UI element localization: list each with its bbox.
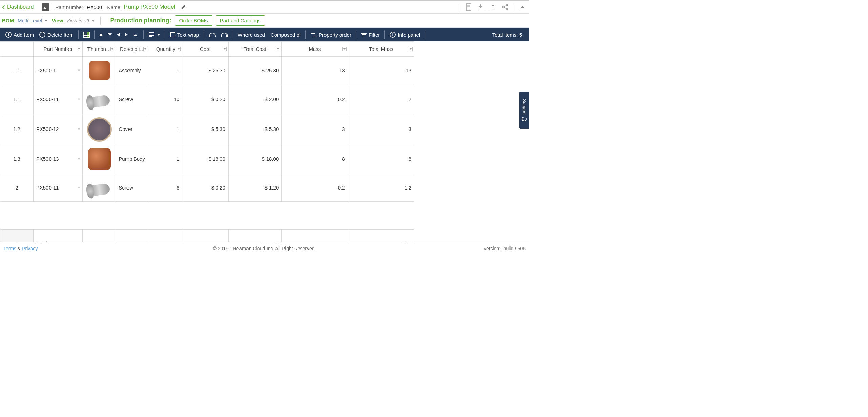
subheader-bar: BOM: Multi-Level View: View is off Produ…: [0, 14, 529, 28]
cell-part-number[interactable]: PX500-12: [33, 114, 83, 144]
production-planning-label: Production planning:: [110, 17, 172, 24]
cell-cost: $ 0.20: [182, 84, 229, 114]
move-up-button[interactable]: [97, 28, 105, 41]
separator: [233, 30, 233, 39]
thumbnail-assembly-icon: [89, 61, 110, 80]
cell-part-number[interactable]: PX500-13: [33, 144, 83, 174]
column-total-mass[interactable]: Total Mass: [348, 42, 414, 57]
pencil-icon[interactable]: [181, 5, 186, 9]
property-order-button[interactable]: Property order: [308, 28, 354, 41]
filter-dropdown-icon[interactable]: [110, 47, 114, 51]
support-ring-icon: [521, 116, 527, 122]
thumbnail-cover-icon: [87, 117, 112, 142]
caret-down-icon[interactable]: [44, 20, 48, 22]
document-icon[interactable]: [465, 3, 472, 11]
delete-item-button[interactable]: Delete Item: [37, 28, 76, 41]
thumbnail-pumpbody-icon: [88, 148, 111, 170]
cell-description: Screw: [116, 84, 149, 114]
collapse-up-icon[interactable]: [519, 3, 526, 11]
undo-icon: [209, 33, 216, 37]
cell-mass: 0.2: [282, 174, 348, 202]
order-boms-button[interactable]: Order BOMs: [175, 15, 212, 26]
upload-icon[interactable]: [489, 3, 497, 11]
align-button[interactable]: [146, 28, 163, 41]
column-quantity[interactable]: Quantity: [149, 42, 182, 57]
column-description[interactable]: Descripti…: [116, 42, 149, 57]
cell-part-number[interactable]: PX500-11: [33, 84, 83, 114]
redo-button[interactable]: [218, 28, 231, 41]
column-index[interactable]: [0, 42, 34, 57]
part-and-catalogs-button[interactable]: Part and Catalogs: [216, 15, 265, 26]
caret-down-icon[interactable]: [92, 20, 95, 22]
cell-description: Screw: [116, 174, 149, 202]
table-row[interactable]: 1.3PX500-13Pump Body1$ 18.00$ 18.0088: [0, 144, 414, 174]
where-used-label: Where used: [238, 32, 265, 38]
filter-dropdown-icon[interactable]: [276, 47, 280, 51]
part-thumbnail-icon[interactable]: [42, 3, 49, 11]
separator: [165, 30, 165, 39]
privacy-link[interactable]: Privacy: [22, 246, 38, 251]
column-mass[interactable]: Mass: [282, 42, 348, 57]
filter-dropdown-icon[interactable]: [409, 47, 413, 51]
filter-button[interactable]: Filter: [358, 28, 382, 41]
move-right-button[interactable]: [122, 28, 131, 41]
filter-dropdown-icon[interactable]: [177, 47, 181, 51]
table-row[interactable]: 2PX500-11Screw6$ 0.20$ 1.200.21.2: [0, 174, 414, 202]
table-row[interactable]: 1.1PX500-11Screw10$ 0.20$ 2.000.22: [0, 84, 414, 114]
checkbox-icon: [170, 32, 175, 37]
cell-total-cost: $ 18.00: [228, 144, 282, 174]
back-to-dashboard-link[interactable]: Dashboard: [3, 4, 34, 10]
caret-down-icon: [157, 34, 160, 36]
part-number-value: PX500: [87, 4, 102, 10]
support-label: Support: [522, 99, 527, 115]
cell-cost: $ 18.00: [182, 144, 229, 174]
terms-link[interactable]: Terms: [3, 246, 16, 251]
cell-mass: 3: [282, 114, 348, 144]
table-row[interactable]: – 1PX500-1Assembly1$ 25.30$ 25.301313: [0, 57, 414, 84]
cell-thumbnail: [83, 114, 116, 144]
separator: [305, 30, 306, 39]
composed-of-button[interactable]: Composed of: [268, 28, 303, 41]
indent-icon: [133, 32, 139, 37]
view-dropdown[interactable]: View is off: [66, 18, 89, 23]
thumbnail-screw-icon: [88, 94, 110, 108]
filter-dropdown-icon[interactable]: [223, 47, 227, 51]
undo-button[interactable]: [206, 28, 218, 41]
view-label: View:: [52, 18, 65, 23]
where-used-button[interactable]: Where used: [235, 28, 268, 41]
filter-dropdown-icon[interactable]: [77, 47, 81, 51]
column-total-cost[interactable]: Total Cost: [228, 42, 282, 57]
columns-button[interactable]: [81, 28, 92, 41]
bom-dropdown[interactable]: Multi-Level: [18, 18, 42, 23]
cell-part-number[interactable]: PX500-1: [33, 57, 83, 84]
column-thumbnail[interactable]: Thumbn…: [83, 42, 116, 57]
delete-item-label: Delete Item: [47, 32, 74, 38]
add-item-button[interactable]: Add Item: [3, 28, 37, 41]
text-wrap-button[interactable]: Text wrap: [167, 28, 202, 41]
support-tab[interactable]: Support: [519, 92, 529, 129]
cell-description: Pump Body: [116, 144, 149, 174]
filter-dropdown-icon[interactable]: [143, 47, 147, 51]
column-part-number[interactable]: Part Number: [33, 42, 83, 57]
cell-part-number[interactable]: PX500-11: [33, 174, 83, 202]
cell-total-mass: 8: [348, 144, 414, 174]
table-row[interactable]: 1.2PX500-12Cover1$ 5.30$ 5.3033: [0, 114, 414, 144]
redo-icon: [221, 33, 228, 37]
copyright: © 2019 - Newman Cloud Inc. All Right Res…: [213, 246, 316, 251]
cell-index: 1.3: [0, 144, 34, 174]
chevron-left-icon: [2, 5, 6, 9]
info-panel-button[interactable]: i Info panel: [387, 28, 423, 41]
column-cost[interactable]: Cost: [182, 42, 229, 57]
cell-index: – 1: [0, 57, 34, 84]
filter-label: Filter: [369, 32, 380, 38]
cell-total-cost: $ 25.30: [228, 57, 282, 84]
download-icon[interactable]: [477, 3, 485, 11]
page-header: Dashboard Part number: PX500 Name: Pump …: [0, 0, 529, 14]
filter-dropdown-icon[interactable]: [342, 47, 347, 51]
share-icon[interactable]: [501, 3, 509, 11]
separator: [514, 3, 514, 11]
move-down-button[interactable]: [105, 28, 114, 41]
indent-button[interactable]: [131, 28, 141, 41]
name-value: Pump PX500 Model: [124, 4, 175, 11]
move-left-button[interactable]: [114, 28, 122, 41]
